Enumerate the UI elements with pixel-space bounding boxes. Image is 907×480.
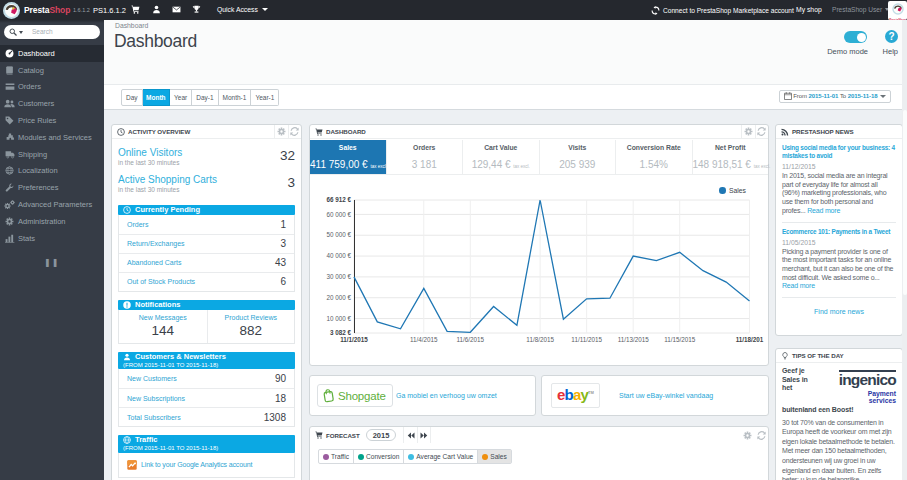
my-shop-link[interactable]: My shop <box>796 6 822 13</box>
avatar[interactable]: PrestaShop <box>888 1 907 20</box>
row-label: New Customers <box>127 375 177 382</box>
sidebar-item-modules[interactable]: Modules and Services <box>0 129 104 146</box>
sidebar-item-administration[interactable]: Administration <box>0 213 104 230</box>
panel-refresh-button[interactable] <box>288 125 302 138</box>
sidebar-item-localization[interactable]: Localization <box>0 163 104 180</box>
range-day-1-button[interactable]: Day-1 <box>192 89 218 106</box>
search-input[interactable] <box>32 26 96 37</box>
news-item-title[interactable]: Ecommerce 101: Payments in a Tweet <box>782 228 896 236</box>
date-range-picker[interactable]: From 2015-11-01 To 2015-11-18 <box>779 90 891 104</box>
icon <box>5 234 15 243</box>
svg-text:10 000 €: 10 000 € <box>326 315 351 322</box>
panel-settings-button[interactable] <box>741 125 755 138</box>
panel-refresh-button[interactable] <box>755 427 769 443</box>
scrollbar[interactable] <box>902 20 907 480</box>
news-panel-title: PRESTASHOP NEWS <box>776 128 854 136</box>
scrollbar-thumb[interactable] <box>903 110 907 295</box>
google-analytics-row[interactable]: Link to your Google Analytics account <box>118 453 295 478</box>
online-visitors-label[interactable]: Online Visitors <box>118 147 295 158</box>
legend-sales[interactable]: Sales <box>477 450 511 463</box>
kpi-conversion-rate[interactable]: Conversion Rate 1.54% <box>615 140 692 174</box>
sidebar-item-price-rules[interactable]: Price Rules <box>0 112 104 129</box>
sidebar-item-catalog[interactable]: Catalog <box>0 62 104 79</box>
gear-icon <box>4 217 15 226</box>
sidebar-item-orders[interactable]: Orders <box>0 79 104 96</box>
pending-row-out-of-stock[interactable]: Out of Stock Products6 <box>119 272 294 291</box>
legend-dot-traffic <box>323 454 329 460</box>
kpi-visits[interactable]: Visits 205 939 <box>539 140 616 174</box>
news-item-text: In 2015, social media are an integral pa… <box>782 172 896 216</box>
forecast-year-pill[interactable]: 2015 <box>366 429 397 441</box>
row-value: 1308 <box>264 412 286 423</box>
search-icon <box>9 28 17 36</box>
demo-mode-toggle[interactable] <box>844 31 867 43</box>
kpi-cart-value[interactable]: Cart Value 129,44 € tax excl. <box>462 140 539 174</box>
kpi-sales[interactable]: Sales 411 759,00 € tax excl. <box>310 140 386 174</box>
svg-text:11/4/2015: 11/4/2015 <box>410 336 438 343</box>
exclamation-icon <box>123 301 131 309</box>
find-more-news-link[interactable]: Find more news <box>782 308 896 315</box>
cart-icon <box>315 128 323 136</box>
range-day-button[interactable]: Day <box>121 89 143 106</box>
range-year-1-button[interactable]: Year-1 <box>251 89 279 106</box>
read-more-link[interactable]: Read more <box>807 207 840 214</box>
breadcrumb[interactable]: Dashboard <box>115 22 148 29</box>
pending-row-returns[interactable]: Return/Exchanges3 <box>119 234 294 253</box>
ebay-ad-card[interactable]: ebayTM Start uw eBay-winkel vandaag <box>541 375 769 416</box>
sidebar-item-customers[interactable]: Customers <box>0 95 104 112</box>
help-icon[interactable]: ? <box>885 30 898 43</box>
lightbulb-icon <box>781 352 789 360</box>
sidebar-item-dashboard[interactable]: Dashboard <box>0 45 104 62</box>
panel-refresh-button[interactable] <box>755 125 769 138</box>
banner-subtitle: (FROM 2015-11-01 TO 2015-11-18) <box>123 362 290 369</box>
legend-traffic[interactable]: Traffic <box>319 450 353 463</box>
panel-header: DASHBOARD <box>310 125 768 139</box>
chart-legend[interactable]: Sales <box>719 187 746 194</box>
google-analytics-icon <box>127 460 137 470</box>
panel-header: PRESTASHOP NEWS <box>776 125 902 139</box>
dashboard-trends-panel: DASHBOARD Sales 411 759,00 € tax excl. O… <box>309 124 769 366</box>
panel-header-tools <box>274 125 301 138</box>
topbar-right-links: Connect to PrestaShop Marketplace accoun… <box>0 0 907 20</box>
total-subscribers-row[interactable]: Total Subscribers1308 <box>119 407 294 426</box>
new-messages-cell[interactable]: New Messages 144 <box>119 310 207 343</box>
sidebar-item-shipping[interactable]: Shipping <box>0 146 104 163</box>
sidebar-item-preferences[interactable]: Preferences <box>0 179 104 196</box>
search-box[interactable] <box>4 25 100 39</box>
user-menu[interactable]: PrestaShop User <box>832 6 889 13</box>
backward-button[interactable] <box>404 427 418 443</box>
read-more-link[interactable]: Read more <box>782 282 815 289</box>
forward-button[interactable] <box>418 427 432 443</box>
sidebar-item-advanced-parameters[interactable]: Advanced Parameters <box>0 196 104 213</box>
currently-pending-banner: Currently Pending <box>118 205 295 215</box>
forecast-panel-title: FORECAST <box>310 431 360 439</box>
legend-conversion[interactable]: Conversion <box>353 450 403 463</box>
panel-settings-button[interactable] <box>741 427 755 443</box>
range-year-button[interactable]: Year <box>170 89 192 106</box>
legend-average-cart-value[interactable]: Average Cart Value <box>403 450 477 463</box>
icon <box>5 166 14 175</box>
kpi-label: Orders <box>387 144 463 151</box>
product-reviews-cell[interactable]: Product Reviews 882 <box>207 310 295 343</box>
active-carts-label[interactable]: Active Shopping Carts <box>118 174 295 185</box>
shopgate-ad-card[interactable]: Shopgate Ga mobiel en verhoog uw omzet <box>309 375 536 416</box>
shopgate-ad-link[interactable]: Ga mobiel en verhoog uw omzet <box>396 392 497 399</box>
pending-row-orders[interactable]: Orders1 <box>119 215 294 234</box>
marketplace-connect-link[interactable]: Connect to PrestaShop Marketplace accoun… <box>651 6 794 15</box>
sales-chart[interactable]: 3 082 €10 000 €20 000 €30 000 €40 000 €5… <box>310 175 768 365</box>
ebay-ad-link[interactable]: Start uw eBay-winkel vandaag <box>619 392 713 399</box>
calendar-icon <box>784 92 792 100</box>
puzzle-icon <box>4 133 15 142</box>
search-scope-caret-icon[interactable] <box>19 31 23 34</box>
pending-row-abandoned-carts[interactable]: Abandoned Carts43 <box>119 253 294 272</box>
news-item-title[interactable]: Using social media for your business: 4 … <box>782 144 896 160</box>
new-subscriptions-row[interactable]: New Subscriptions18 <box>119 388 294 407</box>
kpi-net-profit[interactable]: Net Profit 148 918,51 € tax excl. <box>692 140 769 174</box>
range-month-1-button[interactable]: Month-1 <box>219 89 252 106</box>
new-customers-row[interactable]: New Customers90 <box>119 369 294 388</box>
panel-settings-button[interactable] <box>274 125 288 138</box>
kpi-orders[interactable]: Orders 3 181 <box>386 140 463 174</box>
menu-collapse-icon[interactable]: ❚❚ <box>44 258 59 267</box>
range-month-button[interactable]: Month <box>143 89 171 106</box>
sidebar-item-stats[interactable]: Stats <box>0 230 104 247</box>
